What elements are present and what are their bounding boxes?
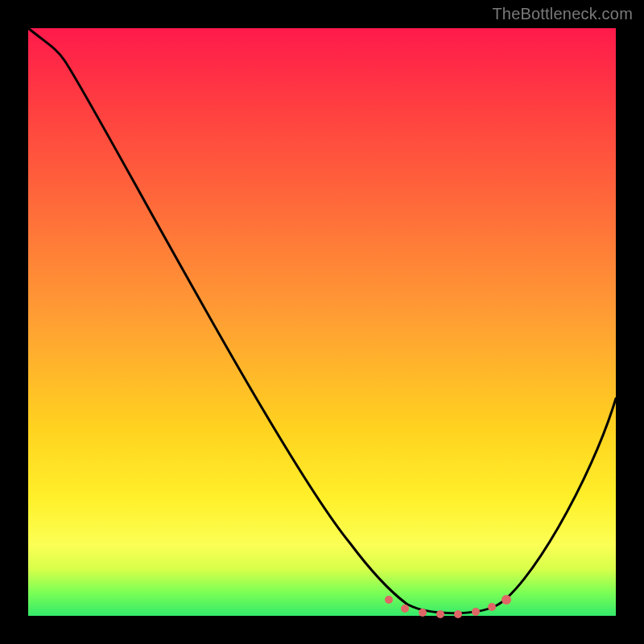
chart-frame: TheBottleneck.com — [0, 0, 644, 644]
marker-dot — [419, 609, 427, 617]
watermark: TheBottleneck.com — [492, 5, 633, 23]
marker-dot — [502, 595, 511, 605]
marker-dot — [454, 610, 462, 618]
marker-dot — [385, 596, 393, 604]
min-marker-dots — [385, 595, 511, 618]
bottleneck-curve — [28, 28, 616, 613]
plot-area — [28, 28, 616, 616]
bottleneck-curve-svg — [28, 28, 616, 616]
marker-dot — [472, 608, 480, 616]
marker-dot — [401, 605, 409, 613]
marker-dot — [488, 603, 496, 611]
marker-dot — [436, 610, 444, 618]
